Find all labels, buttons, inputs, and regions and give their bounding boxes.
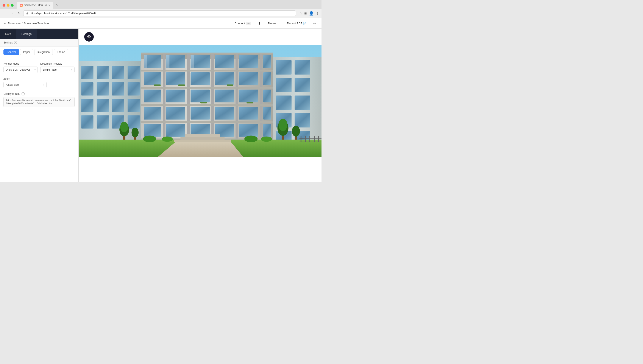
header-divider: [282, 21, 282, 26]
svg-rect-10: [81, 66, 93, 79]
document-preview-group: Document Preview Single Page Multi Page …: [40, 62, 75, 73]
svg-rect-49: [239, 72, 258, 85]
address-bar[interactable]: https://app.uhuu.io/workspaces/101/d#/te…: [23, 10, 296, 16]
zoom-group: Zoom Actual Size 50% 75% 100% 125% 150% …: [4, 77, 47, 88]
settings-subtabs: General Paper Integration Theme: [0, 46, 78, 58]
breadcrumb-current: Showcase Template: [24, 22, 49, 25]
tab-close-button[interactable]: ✕: [48, 4, 50, 6]
more-menu-button[interactable]: •••: [312, 21, 318, 26]
svg-rect-79: [276, 96, 292, 110]
upload-button[interactable]: ⬆: [256, 20, 262, 26]
preview-content: [79, 29, 322, 182]
deployed-url-info-icon[interactable]: i: [22, 92, 25, 96]
refresh-button[interactable]: ↻: [16, 11, 22, 16]
more-options-icon[interactable]: ⋮: [316, 12, 319, 15]
svg-rect-78: [295, 78, 310, 92]
svg-rect-68: [144, 124, 161, 136]
svg-rect-43: [239, 55, 258, 68]
subtab-general[interactable]: General: [4, 49, 19, 55]
svg-point-4: [88, 36, 89, 37]
svg-rect-69: [166, 124, 185, 136]
breadcrumb-back-icon[interactable]: ←: [4, 22, 6, 25]
svg-rect-53: [227, 84, 233, 86]
back-button[interactable]: ‹: [3, 11, 8, 16]
svg-rect-75: [276, 60, 292, 74]
svg-rect-82: [295, 113, 310, 127]
subtab-theme[interactable]: Theme: [54, 49, 68, 55]
maximize-button[interactable]: [11, 4, 14, 7]
subtab-integration[interactable]: Integration: [34, 49, 53, 55]
svg-rect-65: [215, 107, 234, 120]
new-tab-button[interactable]: ⌂: [54, 2, 60, 8]
svg-rect-45: [144, 72, 161, 85]
svg-point-98: [292, 126, 300, 137]
svg-rect-22: [81, 115, 93, 128]
svg-rect-86: [174, 140, 231, 142]
preview-logo: [84, 32, 94, 42]
svg-rect-60: [200, 102, 207, 104]
forward-button[interactable]: ›: [10, 11, 15, 16]
tab-data[interactable]: Data: [0, 29, 16, 39]
settings-info-row: Settings i: [0, 39, 78, 46]
panel-main-tabs: Data Settings: [0, 29, 78, 39]
svg-rect-50: [263, 72, 271, 85]
svg-rect-110: [144, 55, 147, 68]
svg-rect-54: [144, 90, 161, 102]
browser-tab-active[interactable]: U Showcase · Uhuu.io ✕: [17, 2, 53, 8]
svg-point-99: [143, 136, 156, 142]
zoom-select[interactable]: Actual Size 50% 75% 100% 125% 150%: [4, 82, 47, 88]
preview-panel: [79, 29, 322, 182]
minimize-button[interactable]: [7, 4, 10, 7]
svg-rect-34: [141, 70, 273, 72]
extensions-icon[interactable]: ⊞: [304, 12, 307, 15]
preview-header: [79, 29, 322, 45]
svg-rect-59: [263, 90, 271, 102]
settings-info-icon[interactable]: i: [14, 41, 17, 44]
more-icon: •••: [313, 22, 316, 25]
tab-title: Showcase · Uhuu.io: [24, 4, 47, 7]
svg-point-100: [162, 136, 173, 142]
url-text: https://app.uhuu.io/workspaces/101/d#/te…: [30, 12, 96, 15]
recent-pdf-label: Recent PDF: [287, 22, 302, 25]
profile-icon[interactable]: 👤: [309, 11, 314, 16]
svg-point-1: [86, 34, 92, 40]
svg-rect-62: [144, 107, 161, 120]
svg-rect-76: [295, 60, 310, 74]
header-actions: Connect </> ⬆ Theme Recent PDF 📄 •••: [233, 20, 318, 26]
svg-rect-77: [276, 78, 292, 92]
svg-rect-48: [215, 72, 234, 85]
deployed-url-section: Deployed URL i https://uhuuio.s3.eu-west…: [4, 92, 75, 107]
svg-rect-109: [318, 136, 319, 142]
recent-pdf-button[interactable]: Recent PDF 📄: [285, 21, 308, 26]
connect-code-tag: </>: [246, 22, 251, 25]
panel-content: Render Mode Uhuu SDK (Deployed) Browser …: [0, 58, 78, 182]
svg-rect-72: [239, 124, 258, 136]
theme-label: Theme: [268, 22, 276, 25]
subtab-paper[interactable]: Paper: [20, 49, 34, 55]
tab-settings[interactable]: Settings: [16, 29, 37, 39]
svg-point-93: [132, 128, 139, 138]
svg-rect-17: [128, 82, 140, 96]
svg-rect-32: [260, 52, 262, 150]
svg-rect-21: [128, 99, 140, 112]
theme-button[interactable]: Theme: [266, 21, 278, 26]
svg-rect-47: [191, 72, 210, 85]
svg-rect-11: [97, 66, 109, 79]
svg-rect-63: [166, 107, 185, 120]
breadcrumb-parent[interactable]: Showcase: [8, 22, 21, 25]
svg-rect-31: [236, 52, 238, 150]
close-button[interactable]: [3, 4, 6, 7]
svg-rect-112: [191, 55, 194, 68]
svg-rect-111: [166, 55, 169, 68]
deployed-url-value: https://uhuuio.s3.eu-west-1.amazonaws.co…: [4, 97, 75, 107]
document-preview-select[interactable]: Single Page Multi Page Continuous: [40, 66, 75, 73]
svg-rect-25: [128, 115, 140, 128]
connect-button[interactable]: Connect </>: [233, 21, 253, 26]
svg-rect-67: [263, 107, 271, 120]
render-mode-select[interactable]: Uhuu SDK (Deployed) Browser Custom: [4, 66, 38, 73]
bookmark-icon[interactable]: ☆: [299, 12, 302, 15]
svg-rect-15: [97, 82, 109, 96]
svg-rect-46: [166, 72, 185, 85]
zoom-label: Zoom: [4, 77, 47, 80]
svg-rect-16: [112, 82, 124, 96]
